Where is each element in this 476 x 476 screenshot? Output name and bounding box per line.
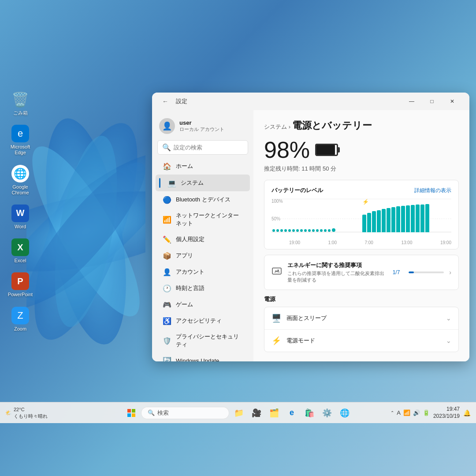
x-label-5: 19:00 — [440, 240, 451, 245]
desktop-icon-excel[interactable]: X Excel — [4, 236, 36, 266]
close-button[interactable]: ✕ — [442, 94, 462, 108]
recommendation-card[interactable]: エネルギーに関する推奨事項 これらの推奨事項を適用して二酸化炭素排出量を削減する… — [264, 255, 459, 290]
breadcrumb-separator: › — [289, 123, 292, 130]
user-type: ローカル アカウント — [179, 126, 224, 133]
chart-header: バッテリーのレベル 詳細情報の表示 — [271, 186, 451, 194]
tray-chevron-icon[interactable]: ⌃ — [390, 410, 394, 415]
weather-desc: くもり時々晴れ — [14, 413, 48, 419]
power-mode-chevron-icon: ⌄ — [446, 337, 451, 344]
sidebar-item-home[interactable]: 🏠 ホーム — [156, 158, 250, 174]
start-button[interactable] — [123, 405, 139, 421]
desktop-icon-powerpoint[interactable]: P PowerPoint — [4, 270, 36, 300]
sidebar-item-bluetooth[interactable]: 🔵 Bluetooth とデバイス — [156, 192, 250, 208]
x-label-3: 7:00 — [364, 240, 373, 245]
tray-wifi-icon[interactable]: 📶 — [403, 409, 410, 416]
svg-rect-10 — [127, 413, 131, 417]
sidebar-item-accessibility[interactable]: ♿ アクセシビリティ — [156, 313, 250, 329]
sidebar-item-privacy[interactable]: 🛡️ プライバシーとセキュリティ — [156, 329, 250, 352]
excel-label: Excel — [15, 258, 26, 264]
recommendation-progress-bar — [409, 271, 444, 273]
sleep-label: 画面とスリープ — [286, 314, 446, 322]
sidebar-item-apps[interactable]: 📦 アプリ — [156, 248, 250, 264]
desktop-icon-edge[interactable]: e MicrosoftEdge — [4, 122, 36, 158]
power-mode-icon: ⚡ — [271, 336, 281, 346]
power-item-sleep[interactable]: 🖥️ 画面とスリープ ⌄ — [264, 307, 458, 330]
battery-chart-container: 100% 50% — [271, 199, 451, 243]
desktop-icon-recycle-bin[interactable]: 🗑️ ごみ箱 — [4, 88, 36, 119]
taskbar-right: ⌃ A 📶 🔊 🔋 19:47 2023/10/19 🔔 — [390, 406, 471, 420]
sidebar-item-personalization[interactable]: ✏️ 個人用設定 — [156, 231, 250, 247]
clock-date: 2023/10/19 — [433, 413, 460, 420]
taskbar-store-icon[interactable]: 🛍️ — [301, 405, 317, 421]
power-item-mode[interactable]: ⚡ 電源モード ⌄ — [264, 330, 458, 352]
titlebar: ← 設定 — □ ✕ — [152, 93, 469, 110]
battery-percent-display: 98% — [264, 137, 459, 163]
accounts-icon: 👤 — [163, 268, 171, 276]
accessibility-icon: ♿ — [163, 316, 171, 325]
sidebar-label-accessibility: アクセシビリティ — [176, 317, 222, 325]
chart-x-labels: 19:00 1:00 7:00 13:00 19:00 — [289, 240, 451, 245]
taskbar-search-icon: 🔍 — [148, 409, 155, 416]
back-button[interactable]: ← — [159, 95, 171, 108]
taskbar-search-label: 検索 — [157, 409, 169, 417]
taskbar-weather-info: 22°C くもり時々晴れ — [14, 406, 48, 419]
weather-widget[interactable]: 🌤️ 22°C くもり時々晴れ — [5, 406, 48, 419]
desktop-icon-word[interactable]: W Word — [4, 202, 36, 232]
sidebar-label-bluetooth: Bluetooth とデバイス — [176, 196, 231, 204]
sidebar-item-system[interactable]: 💻 システム — [156, 175, 250, 191]
chart-dots-area — [271, 228, 361, 232]
taskbar-center: 🔍 検索 📁 🎥 🗂️ e 🛍️ ⚙️ 🌐 — [123, 405, 353, 421]
edge-label: MicrosoftEdge — [11, 144, 30, 156]
taskbar-files-icon[interactable]: 📁 — [231, 405, 247, 421]
recommendation-icon — [271, 266, 282, 279]
sidebar-item-gaming[interactable]: 🎮 ゲーム — [156, 297, 250, 312]
system-tray: ⌃ A 📶 🔊 🔋 — [390, 409, 430, 416]
notification-icon[interactable]: 🔔 — [463, 409, 471, 416]
sidebar-item-accounts[interactable]: 👤 アカウント — [156, 264, 250, 280]
settings-search-input[interactable] — [174, 144, 248, 151]
chart-bars-area: ⚡ — [361, 204, 451, 232]
taskbar-edge-icon[interactable]: e — [284, 405, 300, 421]
chart-title: バッテリーのレベル — [271, 186, 323, 194]
sidebar-item-windows-update[interactable]: 🔄 Windows Update — [156, 353, 250, 361]
taskbar-meet-icon[interactable]: 🎥 — [249, 405, 264, 421]
clock-time: 19:47 — [433, 406, 460, 413]
chart-detail-link[interactable]: 詳細情報の表示 — [414, 187, 451, 194]
sleep-chevron-icon: ⌄ — [446, 315, 451, 322]
taskbar-search[interactable]: 🔍 検索 — [141, 407, 229, 419]
power-section-title: 電源 — [264, 295, 459, 303]
window-body: 👤 user ローカル アカウント 🔍 🏠 ホーム — [152, 110, 469, 361]
breadcrumb: システム › 電源とバッテリー — [264, 119, 459, 132]
settings-search-box[interactable]: 🔍 — [157, 140, 248, 155]
taskbar-folder-icon[interactable]: 🗂️ — [266, 405, 282, 421]
user-section[interactable]: 👤 user ローカル アカウント — [152, 114, 253, 140]
sidebar-label-privacy: プライバシーとセキュリティ — [176, 333, 243, 349]
tray-battery-icon[interactable]: 🔋 — [423, 409, 430, 416]
clock[interactable]: 19:47 2023/10/19 — [433, 406, 460, 420]
desktop-icon-zoom[interactable]: Z Zoom — [4, 304, 36, 335]
taskbar: 🌤️ 22°C くもり時々晴れ 🔍 検索 — [0, 402, 476, 423]
main-content: システム › 電源とバッテリー 98% 推定残り時間: 11 時間 50 分 バ… — [253, 110, 469, 361]
recommendation-text: エネルギーに関する推奨事項 これらの推奨事項を適用して二酸化炭素排出量を削減する — [287, 261, 387, 283]
sleep-icon: 🖥️ — [271, 313, 281, 323]
sidebar: 👤 user ローカル アカウント 🔍 🏠 ホーム — [152, 110, 253, 361]
sidebar-item-time[interactable]: 🕐 時刻と言語 — [156, 280, 250, 296]
desktop-icon-chrome[interactable]: 🌐 GoogleChrome — [4, 162, 36, 198]
system-icon: 💻 — [167, 178, 176, 187]
taskbar-chrome-icon[interactable]: 🌐 — [337, 405, 353, 421]
taskbar-left: 🌤️ 22°C くもり時々晴れ — [5, 406, 48, 419]
recommendation-desc: これらの推奨事項を適用して二酸化炭素排出量を削減する — [287, 270, 387, 283]
desktop-icons-container: 🗑️ ごみ箱 e MicrosoftEdge 🌐 GoogleChrome W … — [4, 88, 36, 335]
window-controls: — □ ✕ — [402, 94, 462, 108]
weather-icon: 🌤️ — [5, 410, 12, 416]
sidebar-label-network: ネットワークとインターネット — [176, 212, 243, 227]
sidebar-item-network[interactable]: 📶 ネットワークとインターネット — [156, 208, 250, 231]
tray-volume-icon[interactable]: 🔊 — [413, 409, 420, 416]
recommendation-count: 1/7 — [393, 269, 400, 275]
time-icon: 🕐 — [163, 284, 171, 293]
svg-rect-9 — [132, 409, 135, 413]
taskbar-settings-icon[interactable]: ⚙️ — [319, 405, 335, 421]
minimize-button[interactable]: — — [402, 94, 422, 108]
sidebar-label-time: 時刻と言語 — [176, 284, 205, 292]
maximize-button[interactable]: □ — [422, 94, 442, 108]
